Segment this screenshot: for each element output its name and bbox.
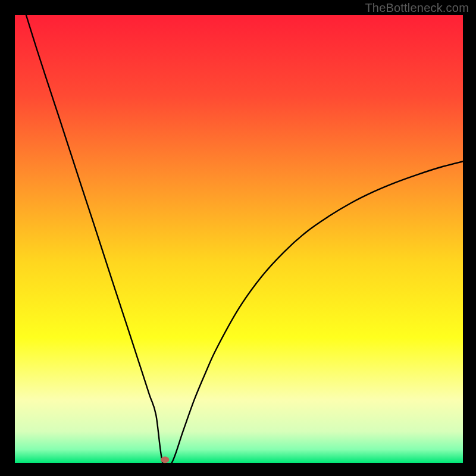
plot-background [15,15,463,463]
chart-frame: TheBottleneck.com [0,0,476,476]
min-marker [161,456,169,463]
plot-canvas [0,0,476,476]
